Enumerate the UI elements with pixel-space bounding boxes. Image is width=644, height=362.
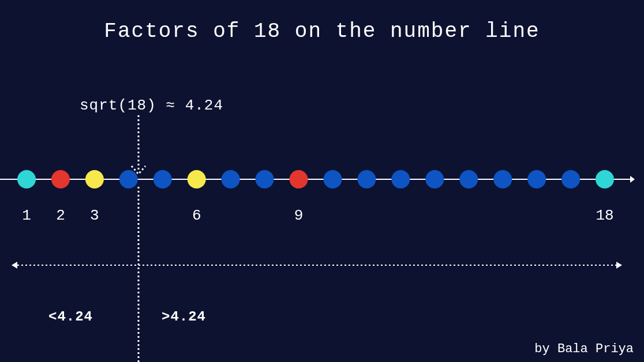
point-4 (119, 170, 138, 188)
point-label-18: 18 (596, 207, 613, 224)
point-14 (459, 170, 478, 188)
point-6 (188, 170, 206, 188)
point-9 (290, 170, 308, 188)
point-label-3: 3 (90, 207, 99, 224)
point-label-9: 9 (294, 207, 304, 224)
region-less-than-label: <4.24 (48, 309, 93, 325)
point-16 (527, 170, 546, 188)
point-17 (561, 170, 580, 188)
point-13 (425, 170, 444, 188)
axis-arrowhead-icon (630, 176, 635, 183)
point-label-6: 6 (192, 207, 201, 224)
point-10 (323, 170, 342, 188)
point-8 (256, 170, 274, 188)
point-label-1: 1 (22, 207, 31, 224)
point-12 (391, 170, 410, 188)
point-2 (51, 170, 70, 188)
point-15 (493, 170, 512, 188)
point-18 (596, 170, 614, 188)
point-11 (357, 170, 376, 188)
range-arrow-right-icon (616, 262, 622, 269)
number-line-diagram: 1236918 (0, 0, 644, 362)
point-7 (222, 170, 240, 188)
point-1 (17, 170, 36, 188)
region-greater-than-label: >4.24 (162, 309, 206, 325)
point-5 (153, 170, 172, 188)
range-arrow-left-icon (12, 262, 17, 269)
point-label-2: 2 (56, 207, 65, 224)
author-credit: by Bala Priya (534, 342, 634, 356)
point-3 (85, 170, 104, 188)
labels-group: 1236918 (22, 207, 613, 224)
